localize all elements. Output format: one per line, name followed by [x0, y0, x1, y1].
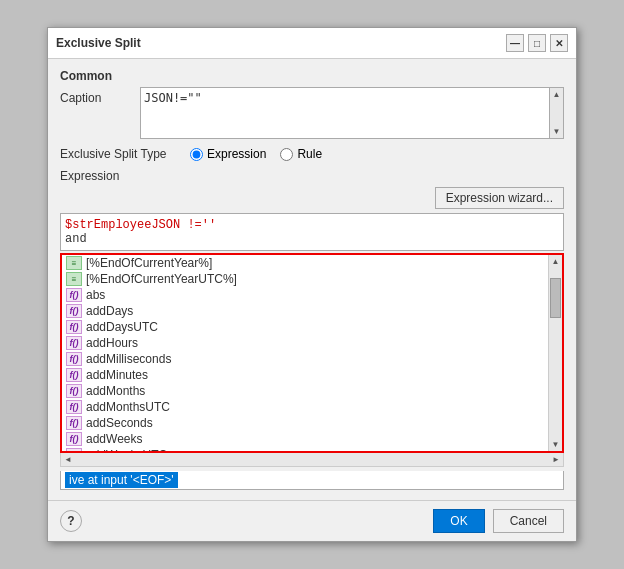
autocomplete-item[interactable]: f()addMonthsUTC: [62, 399, 548, 415]
caption-row: Caption JSON!="" ▲ ▼: [60, 87, 564, 139]
common-section-label: Common: [60, 69, 564, 83]
exclusive-split-dialog: Exclusive Split ― □ ✕ Common Caption JSO…: [47, 27, 577, 542]
item-label: [%EndOfCurrentYearUTC%]: [86, 272, 237, 286]
cancel-button[interactable]: Cancel: [493, 509, 564, 533]
item-label: abs: [86, 288, 105, 302]
dialog-footer: ? OK Cancel: [48, 500, 576, 541]
title-bar: Exclusive Split ― □ ✕: [48, 28, 576, 59]
autocomplete-vscrollbar: ▲ ▼: [548, 255, 562, 451]
split-type-label: Exclusive Split Type: [60, 147, 190, 161]
autocomplete-list[interactable]: ≡[%EndOfCurrentYear%]≡[%EndOfCurrentYear…: [62, 255, 548, 451]
split-type-row: Exclusive Split Type Expression Rule: [60, 147, 564, 161]
help-button[interactable]: ?: [60, 510, 82, 532]
item-label: addMonths: [86, 384, 145, 398]
func-icon: f(): [66, 368, 82, 382]
func-icon: f(): [66, 320, 82, 334]
autocomplete-item[interactable]: f()addHours: [62, 335, 548, 351]
ac-scroll-down[interactable]: ▼: [549, 438, 562, 451]
footer-left: ?: [60, 510, 425, 532]
item-label: addWeeksUTC: [86, 448, 167, 451]
expression-wizard-button[interactable]: Expression wizard...: [435, 187, 564, 209]
autocomplete-item[interactable]: ≡[%EndOfCurrentYearUTC%]: [62, 271, 548, 287]
caption-scrollbar: ▲ ▼: [550, 87, 564, 139]
expression-section-label: Expression: [60, 169, 564, 183]
radio-expression-label: Expression: [207, 147, 266, 161]
hscroll-track: [75, 453, 549, 466]
split-type-radio-group: Expression Rule: [190, 147, 322, 161]
autocomplete-box: ≡[%EndOfCurrentYear%]≡[%EndOfCurrentYear…: [60, 253, 564, 453]
dialog-title: Exclusive Split: [56, 36, 141, 50]
func-icon: f(): [66, 288, 82, 302]
expression-line2: and: [65, 232, 87, 246]
hscroll-left[interactable]: ◄: [61, 455, 75, 464]
func-icon: f(): [66, 448, 82, 451]
wizard-row: Expression wizard...: [60, 187, 564, 209]
autocomplete-item[interactable]: f()addDays: [62, 303, 548, 319]
dialog-body: Common Caption JSON!="" ▲ ▼ Exclusive Sp…: [48, 59, 576, 500]
autocomplete-item[interactable]: f()addMilliseconds: [62, 351, 548, 367]
caption-input[interactable]: JSON!="": [140, 87, 550, 139]
minimize-button[interactable]: ―: [506, 34, 524, 52]
func-icon: f(): [66, 352, 82, 366]
autocomplete-item[interactable]: f()addWeeksUTC: [62, 447, 548, 451]
item-label: addMilliseconds: [86, 352, 171, 366]
caption-scroll-down[interactable]: ▼: [550, 125, 563, 138]
item-label: addDays: [86, 304, 133, 318]
eof-row: ive at input '<EOF>': [60, 471, 564, 490]
func-icon: f(): [66, 336, 82, 350]
item-label: addSeconds: [86, 416, 153, 430]
func-icon: f(): [66, 416, 82, 430]
item-label: [%EndOfCurrentYear%]: [86, 256, 212, 270]
ac-scroll-thumb: [550, 278, 561, 318]
hscroll-right[interactable]: ►: [549, 455, 563, 464]
caption-scroll-up[interactable]: ▲: [550, 88, 563, 101]
var-icon: ≡: [66, 272, 82, 286]
var-icon: ≡: [66, 256, 82, 270]
ac-scroll-track: [549, 268, 562, 438]
ac-scroll-up[interactable]: ▲: [549, 255, 562, 268]
autocomplete-item[interactable]: f()addMinutes: [62, 367, 548, 383]
caption-scroll-thumb: [550, 101, 563, 125]
eof-label: ive at input '<EOF>': [65, 472, 178, 488]
maximize-button[interactable]: □: [528, 34, 546, 52]
radio-rule[interactable]: Rule: [280, 147, 322, 161]
func-icon: f(): [66, 304, 82, 318]
expression-line1: $strEmployeeJSON !='': [65, 218, 216, 232]
radio-expression-input[interactable]: [190, 148, 203, 161]
radio-rule-label: Rule: [297, 147, 322, 161]
autocomplete-item[interactable]: f()addDaysUTC: [62, 319, 548, 335]
autocomplete-item[interactable]: f()addWeeks: [62, 431, 548, 447]
autocomplete-item[interactable]: f()addMonths: [62, 383, 548, 399]
item-label: addMonthsUTC: [86, 400, 170, 414]
title-controls: ― □ ✕: [506, 34, 568, 52]
item-label: addHours: [86, 336, 138, 350]
caption-label: Caption: [60, 87, 140, 105]
item-label: addWeeks: [86, 432, 142, 446]
autocomplete-item[interactable]: ≡[%EndOfCurrentYear%]: [62, 255, 548, 271]
func-icon: f(): [66, 400, 82, 414]
autocomplete-item[interactable]: f()abs: [62, 287, 548, 303]
close-button[interactable]: ✕: [550, 34, 568, 52]
autocomplete-container: ≡[%EndOfCurrentYear%]≡[%EndOfCurrentYear…: [60, 253, 564, 467]
expression-editor[interactable]: $strEmployeeJSON !='' and: [60, 213, 564, 251]
hscrollbar: ◄ ►: [60, 453, 564, 467]
func-icon: f(): [66, 432, 82, 446]
radio-expression[interactable]: Expression: [190, 147, 266, 161]
item-label: addMinutes: [86, 368, 148, 382]
autocomplete-item[interactable]: f()addSeconds: [62, 415, 548, 431]
radio-rule-input[interactable]: [280, 148, 293, 161]
func-icon: f(): [66, 384, 82, 398]
ok-button[interactable]: OK: [433, 509, 484, 533]
item-label: addDaysUTC: [86, 320, 158, 334]
